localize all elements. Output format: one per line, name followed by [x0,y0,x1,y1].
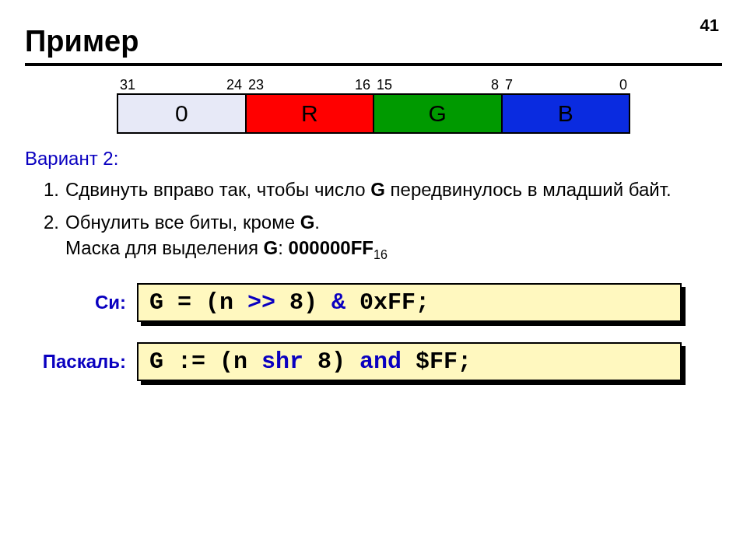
byte-cell-b: B [503,95,630,132]
bit-lo: 24 [226,77,242,93]
code-box-pascal: G := (n shr 8) and $FF; [137,342,682,381]
lang-label-c: Си: [25,292,126,313]
code-row-c: Си: G = (n >> 8) & 0xFF; [25,283,722,322]
page-number: 41 [700,16,719,36]
mask-value: 000000FF [289,237,374,258]
code-text: G := (n [149,348,261,375]
bit-lo: 16 [355,77,370,93]
step-num: 1. [44,177,59,202]
byte-cell-r: R [247,95,375,132]
step-1: 1. Сдвинуть вправо так, чтобы число G пе… [44,177,722,202]
step-text: Сдвинуть вправо так, чтобы число [65,179,370,200]
step-text: передвинулось в младший байт. [385,179,672,200]
bit-lo: 0 [619,77,627,93]
code-row-pascal: Паскаль: G := (n shr 8) and $FF; [25,342,722,381]
code-text: 0xFF; [345,289,430,316]
bit-hi: 31 [120,77,135,93]
step-text: Обнулить все биты, кроме [65,212,300,233]
bit-hi: 7 [505,77,513,93]
step-g: G [370,179,385,200]
step-g: G [264,237,279,258]
byte-cell-g: G [374,95,503,132]
step-text: Маска для выделения [65,237,264,258]
code-text: G = (n [149,289,247,316]
title-divider [25,63,722,66]
code-kw-shr: shr [261,348,303,375]
bit-lo: 8 [491,77,499,93]
code-text: $FF; [402,348,472,375]
step-text: : [278,237,288,258]
bit-diagram: 3124 2316 158 70 0 R G B [117,77,630,134]
code-op-and: & [331,289,345,316]
byte-row: 0 R G B [117,93,630,134]
step-g: G [300,212,315,233]
bit-hi: 23 [248,77,264,93]
byte-cell-zero: 0 [118,95,247,132]
variant-label: Вариант 2: [25,148,722,170]
code-text: 8) [275,289,331,316]
steps-list: 1. Сдвинуть вправо так, чтобы число G пе… [44,177,722,263]
code-box-c: G = (n >> 8) & 0xFF; [137,283,682,322]
code-op-shift: >> [247,289,275,316]
mask-base: 16 [374,248,388,261]
page-title: Пример [25,25,722,58]
code-text: 8) [303,348,359,375]
bit-index-labels: 3124 2316 158 70 [117,77,630,93]
step-2: 2. Обнулить все биты, кроме G. Маска для… [44,210,722,263]
lang-label-pascal: Паскаль: [25,351,126,373]
bit-hi: 15 [377,77,392,93]
code-kw-and: and [359,348,402,375]
step-text: . [314,212,320,233]
step-num: 2. [44,210,59,263]
